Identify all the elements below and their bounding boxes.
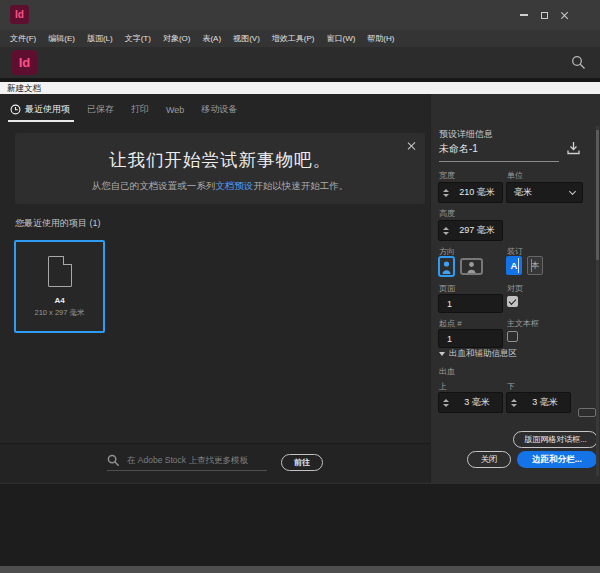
bleed-top-arrows[interactable]	[439, 399, 452, 407]
document-presets-link[interactable]: 文档预设	[215, 180, 253, 191]
stepper-up-icon	[443, 227, 449, 230]
layout-grid-dialog-button[interactable]: 版面网格对话框...	[513, 431, 598, 448]
menu-plugins[interactable]: 增效工具(P)	[266, 30, 321, 47]
clipped-link-control	[578, 408, 596, 417]
stepper-up-icon	[511, 399, 517, 402]
menu-edit[interactable]: 编辑(E)	[42, 30, 81, 47]
start-number-input[interactable]: 1	[438, 329, 503, 348]
orientation-landscape-icon[interactable]	[460, 258, 483, 275]
close-dialog-button[interactable]: 关闭	[467, 451, 511, 468]
margins-columns-button[interactable]: 边距和分栏...	[517, 451, 597, 468]
search-button[interactable]	[571, 55, 586, 74]
tab-saved[interactable]: 已保存	[87, 94, 114, 125]
bleed-top-stepper[interactable]: 3 毫米	[438, 392, 503, 413]
bleed-bottom-label: 下	[507, 381, 515, 392]
tab-web[interactable]: Web	[166, 94, 184, 125]
bleed-bottom-stepper[interactable]: 3 毫米	[506, 392, 571, 413]
menu-type[interactable]: 文字(T)	[119, 30, 157, 47]
menu-object[interactable]: 对象(O)	[157, 30, 197, 47]
menu-layout[interactable]: 版面(L)	[81, 30, 119, 47]
width-label: 宽度	[439, 170, 455, 181]
banner-subtitle-prefix: 从您自己的文档设置或一系列	[92, 180, 216, 191]
height-stepper-arrows[interactable]	[439, 227, 452, 235]
bleed-slug-section-toggle[interactable]: 出血和辅助信息区	[439, 348, 517, 360]
facing-pages-checkbox[interactable]	[507, 296, 518, 307]
bleed-top-value: 3 毫米	[452, 396, 502, 409]
orientation-options	[438, 256, 483, 277]
preset-tabs: 最近使用项 已保存 打印 Web 移动设备	[10, 94, 254, 125]
unit-select[interactable]: 毫米	[506, 182, 583, 203]
facing-pages-label: 对页	[507, 283, 523, 294]
primary-text-frame-checkbox[interactable]	[507, 331, 518, 342]
pages-input[interactable]: 1	[438, 294, 503, 313]
tab-web-label: Web	[166, 105, 184, 115]
banner-subtitle: 从您自己的文档设置或一系列文档预设开始以快速开始工作。	[15, 180, 425, 193]
close-button[interactable]	[554, 0, 574, 30]
minimize-button[interactable]	[514, 0, 534, 30]
stock-go-button[interactable]: 前往	[281, 454, 323, 471]
binding-right-icon[interactable]: 本	[527, 256, 543, 275]
recent-items-heading: 您最近使用的项目 (1)	[15, 217, 101, 230]
menu-view[interactable]: 视图(V)	[227, 30, 266, 47]
stepper-down-icon	[511, 404, 517, 407]
workspace-background	[0, 483, 600, 573]
tab-mobile[interactable]: 移动设备	[201, 94, 237, 125]
stock-search-icon	[107, 454, 120, 467]
unit-value: 毫米	[514, 186, 570, 199]
close-icon	[560, 11, 569, 20]
stepper-up-icon	[443, 189, 449, 192]
adobe-stock-bar: 在 Adobe Stock 上查找更多模板 前往	[0, 443, 430, 481]
pages-label: 页面	[439, 283, 455, 294]
preset-details-panel: 预设详细信息 未命名-1 宽度 210 毫米 单位 毫米 高度 297 毫米 方…	[430, 94, 600, 483]
stock-search-input[interactable]: 在 Adobe Stock 上查找更多模板	[107, 454, 267, 471]
width-value: 210 毫米	[452, 186, 502, 199]
app-toolbar: Id	[0, 47, 600, 78]
maximize-button[interactable]	[534, 0, 554, 30]
dialog-title: 新建文档	[0, 82, 600, 94]
indesign-app-icon: Id	[10, 5, 29, 24]
menu-help[interactable]: 帮助(H)	[361, 30, 400, 47]
banner-close-icon[interactable]	[406, 141, 416, 151]
chevron-down-icon	[569, 187, 576, 194]
dialog-titlebar: 新建文档	[0, 82, 600, 94]
menu-window[interactable]: 窗口(W)	[320, 30, 361, 47]
document-name-input[interactable]: 未命名-1	[439, 142, 559, 162]
orientation-portrait-icon[interactable]	[438, 256, 455, 277]
width-stepper-arrows[interactable]	[439, 189, 452, 197]
bleed-top-label: 上	[439, 381, 447, 392]
window-titlebar: Id	[0, 0, 600, 30]
indesign-home-icon[interactable]: Id	[12, 50, 37, 75]
document-page-icon	[48, 256, 72, 287]
bleed-bottom-arrows[interactable]	[507, 399, 520, 407]
save-download-icon	[565, 140, 582, 157]
tab-saved-label: 已保存	[87, 103, 114, 116]
menubar: 文件(F) 编辑(E) 版面(L) 文字(T) 对象(O) 表(A) 视图(V)…	[0, 30, 600, 47]
welcome-banner: 让我们开始尝试新事物吧。 从您自己的文档设置或一系列文档预设开始以快速开始工作。	[15, 133, 425, 204]
height-stepper[interactable]: 297 毫米	[438, 220, 503, 241]
menu-file[interactable]: 文件(F)	[4, 30, 42, 47]
window-controls	[514, 0, 574, 30]
preset-dimensions: 210 x 297 毫米	[34, 308, 84, 318]
stock-search-placeholder: 在 Adobe Stock 上查找更多模板	[127, 455, 248, 467]
stepper-down-icon	[443, 404, 449, 407]
tab-mobile-label: 移动设备	[201, 103, 237, 116]
save-preset-button[interactable]	[565, 140, 582, 161]
binding-options: A 本	[506, 256, 543, 275]
scrollbar-thumb[interactable]	[596, 130, 599, 260]
window-bottom-edge	[0, 566, 600, 573]
menu-table[interactable]: 表(A)	[196, 30, 227, 47]
width-stepper[interactable]: 210 毫米	[438, 182, 503, 203]
recent-preset-card-a4[interactable]: A4 210 x 297 毫米	[14, 240, 105, 333]
search-icon	[571, 55, 586, 70]
height-value: 297 毫米	[452, 224, 502, 237]
tab-print[interactable]: 打印	[131, 94, 149, 125]
banner-title: 让我们开始尝试新事物吧。	[15, 148, 425, 172]
panel-scrollbar[interactable]	[596, 126, 599, 476]
clock-icon	[10, 104, 21, 115]
section-expand-icon	[439, 352, 445, 356]
tab-print-label: 打印	[131, 103, 149, 116]
maximize-icon	[541, 12, 548, 19]
tab-recent[interactable]: 最近使用项	[10, 94, 70, 125]
binding-left-icon[interactable]: A	[506, 256, 522, 275]
stepper-down-icon	[443, 194, 449, 197]
